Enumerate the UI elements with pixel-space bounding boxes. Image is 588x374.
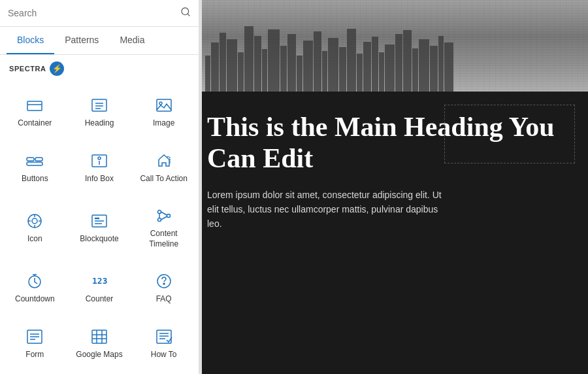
- blockquote-label: Blockquote: [80, 234, 118, 245]
- search-icon: [180, 7, 191, 20]
- block-item-buttons[interactable]: Buttons: [3, 139, 67, 194]
- counter-icon: 123 ↑: [90, 272, 108, 290]
- countdown-icon: [25, 272, 44, 290]
- block-item-how-to[interactable]: How To: [131, 315, 196, 370]
- faq-label: FAQ: [156, 294, 172, 305]
- svg-line-31: [161, 216, 167, 220]
- countdown-label: Countdown: [15, 294, 55, 305]
- buttons-icon: [25, 152, 44, 170]
- call-to-action-label: Call To Action: [140, 174, 188, 184]
- svg-rect-11: [35, 158, 42, 161]
- block-item-faq[interactable]: FAQ: [131, 260, 196, 314]
- image-icon: [155, 96, 173, 114]
- hero-section: This is the Main Heading You Can Edit Lo…: [202, 92, 588, 374]
- image-label: Image: [153, 118, 174, 129]
- blockquote-icon: [90, 212, 108, 230]
- main-content: This is the Main Heading You Can Edit Lo…: [202, 0, 588, 374]
- svg-point-26: [157, 211, 161, 214]
- container-icon: [25, 96, 44, 114]
- tab-media[interactable]: Media: [109, 27, 155, 54]
- heading-icon: [90, 96, 108, 114]
- hero-body-text: Lorem ipsum dolor sit amet, consectetur …: [207, 188, 442, 231]
- block-item-form[interactable]: Form: [3, 315, 67, 370]
- google-maps-label: Google Maps: [76, 350, 122, 360]
- tab-blocks[interactable]: Blocks: [7, 27, 54, 54]
- heading-label: Heading: [85, 118, 114, 129]
- how-to-icon: [155, 328, 173, 346]
- block-item-google-maps[interactable]: Google Maps: [67, 315, 132, 370]
- tabs-bar: Blocks Patterns Media: [0, 27, 199, 55]
- form-icon: [25, 328, 44, 346]
- svg-rect-10: [27, 158, 34, 161]
- block-item-container[interactable]: Container: [3, 84, 67, 139]
- block-item-counter[interactable]: 123 ↑ Counter: [67, 260, 132, 314]
- city-skyline: [202, 13, 588, 92]
- svg-point-17: [32, 218, 37, 224]
- city-image: [202, 0, 588, 92]
- call-to-action-icon: [155, 152, 173, 170]
- form-label: Form: [25, 350, 44, 360]
- svg-rect-12: [27, 162, 42, 165]
- counter-label: Counter: [86, 294, 114, 305]
- buttons-label: Buttons: [22, 174, 48, 184]
- how-to-label: How To: [151, 350, 177, 360]
- search-input[interactable]: [8, 8, 175, 18]
- svg-line-30: [161, 212, 167, 215]
- spectra-logo-icon: ⚡: [50, 61, 64, 76]
- icon-label: Icon: [27, 234, 42, 245]
- block-item-content-timeline[interactable]: Content Timeline: [131, 194, 196, 260]
- svg-rect-2: [27, 101, 42, 110]
- block-item-heading[interactable]: Heading: [67, 84, 132, 139]
- block-item-image[interactable]: Image: [131, 84, 196, 139]
- block-item-countdown[interactable]: Countdown: [3, 260, 67, 314]
- google-maps-icon: [90, 328, 108, 346]
- content-timeline-label: Content Timeline: [137, 229, 191, 249]
- svg-point-28: [157, 218, 161, 222]
- svg-rect-4: [92, 99, 106, 111]
- block-item-icon[interactable]: Icon: [3, 194, 67, 260]
- svg-point-27: [167, 214, 170, 218]
- info-box-label: Info Box: [85, 174, 114, 184]
- info-box-icon: [90, 152, 108, 170]
- search-bar: [0, 0, 199, 27]
- svg-rect-43: [92, 330, 106, 343]
- dashed-placeholder-box: [444, 105, 575, 163]
- block-item-blockquote[interactable]: Blockquote: [67, 194, 132, 260]
- spectra-label: SPECTRA: [9, 65, 46, 73]
- svg-text:↑: ↑: [103, 279, 106, 285]
- tab-patterns[interactable]: Patterns: [54, 27, 109, 54]
- container-label: Container: [18, 118, 52, 129]
- svg-point-14: [98, 157, 101, 160]
- content-timeline-icon: [155, 207, 173, 225]
- svg-point-9: [159, 102, 162, 105]
- blocks-grid: Container Heading Image Buttons: [0, 80, 199, 374]
- block-item-call-to-action[interactable]: Call To Action: [131, 139, 196, 194]
- svg-point-38: [163, 283, 165, 284]
- block-item-info-box[interactable]: Info Box: [67, 139, 132, 194]
- sidebar: Blocks Patterns Media SPECTRA ⚡ Containe…: [0, 0, 199, 374]
- spectra-header: SPECTRA ⚡: [0, 55, 199, 80]
- svg-line-1: [188, 14, 189, 16]
- faq-icon: [155, 272, 173, 290]
- svg-rect-8: [157, 99, 171, 111]
- icon-icon: [25, 212, 44, 230]
